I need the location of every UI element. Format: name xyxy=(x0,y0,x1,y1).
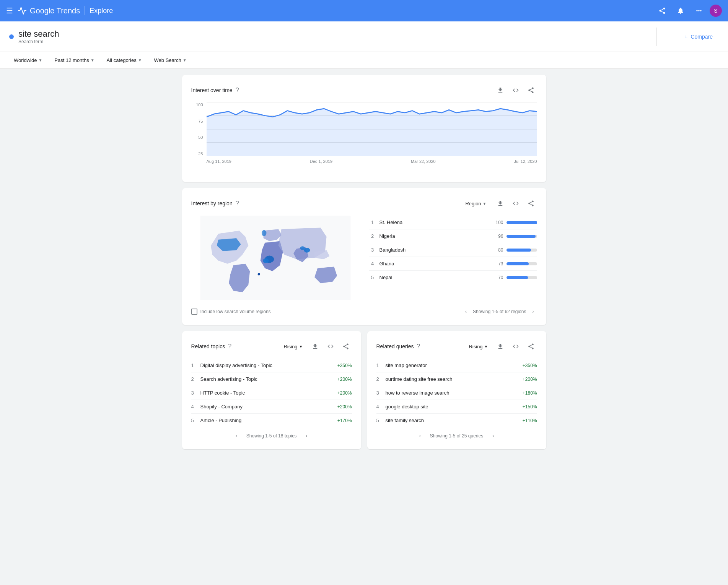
region-row-5: 5 Nepal 70 xyxy=(369,271,537,284)
location-filter-arrow: ▼ xyxy=(38,58,42,62)
share-icon[interactable] xyxy=(655,3,670,18)
region-prev-btn[interactable]: ‹ xyxy=(462,307,470,316)
region-help-icon[interactable]: ? xyxy=(236,200,239,207)
topics-prev-btn[interactable]: ‹ xyxy=(233,432,240,440)
query-rank-1: 1 xyxy=(376,362,386,368)
region-name-3[interactable]: Bangladesh xyxy=(379,247,489,253)
topic-text-1[interactable]: Digital display advertising - Topic xyxy=(200,362,337,368)
search-type-filter[interactable]: Web Search ▼ xyxy=(150,55,191,65)
related-topics-download-icon[interactable] xyxy=(309,340,321,353)
related-topics-share-icon[interactable] xyxy=(340,340,352,353)
related-queries-list: 1 site map generator +350% 2 ourtime dat… xyxy=(376,359,537,427)
main-content: Interest over time ? 100 75 50 xyxy=(173,69,555,455)
compare-button[interactable]: + Compare xyxy=(678,31,719,43)
related-queries-download-icon[interactable] xyxy=(494,340,507,353)
header-actions: S xyxy=(655,3,722,18)
related-queries-controls: Rising ▼ xyxy=(466,340,537,353)
region-bar-container-5 xyxy=(507,276,537,279)
google-trends-icon xyxy=(18,6,27,15)
related-topics-col: Related topics ? Rising ▼ xyxy=(182,331,361,449)
embed-code-icon[interactable] xyxy=(510,84,522,96)
related-queries-filter[interactable]: Rising ▼ xyxy=(466,342,491,351)
region-score-2: 96 xyxy=(492,234,503,239)
menu-icon[interactable]: ☰ xyxy=(6,6,13,15)
svg-marker-4 xyxy=(207,109,537,156)
region-name-4[interactable]: Ghana xyxy=(379,261,489,266)
search-bar: site search Search term + Compare xyxy=(0,21,728,52)
related-queries-embed-icon[interactable] xyxy=(510,340,522,353)
region-rank-4: 4 xyxy=(369,261,376,266)
query-text-1[interactable]: site map generator xyxy=(386,362,523,368)
region-next-btn[interactable]: › xyxy=(529,307,537,316)
region-name-2[interactable]: Nigeria xyxy=(379,233,489,239)
explore-label: Explore xyxy=(90,7,113,15)
region-list: 1 St. Helena 100 2 Nigeria 96 3 xyxy=(369,216,537,300)
related-topics-embed-icon[interactable] xyxy=(324,340,337,353)
region-name-1[interactable]: St. Helena xyxy=(379,219,489,225)
chart-area: 100 75 50 25 Aug 11, 20 xyxy=(191,102,537,164)
related-queries-title: Related queries ? xyxy=(376,343,420,350)
location-filter[interactable]: Worldwide ▼ xyxy=(9,55,47,65)
related-topics-title: Related topics ? xyxy=(191,343,232,350)
interest-over-time-title: Interest over time ? xyxy=(191,87,239,94)
related-topic-row-3: 3 HTTP cookie - Topic +200% xyxy=(191,386,352,400)
share-icon-iot[interactable] xyxy=(525,84,537,96)
topic-val-1: +350% xyxy=(337,363,352,368)
related-queries-share-icon[interactable] xyxy=(525,340,537,353)
region-embed-icon[interactable] xyxy=(510,197,522,210)
region-name-5[interactable]: Nepal xyxy=(379,275,489,280)
queries-next-btn[interactable]: › xyxy=(489,432,497,440)
include-low-volume-label: Include low search volume regions xyxy=(200,309,271,314)
related-grid: Related topics ? Rising ▼ xyxy=(182,331,546,449)
download-icon[interactable] xyxy=(494,84,507,96)
related-topics-filter[interactable]: Rising ▼ xyxy=(280,342,306,351)
world-map-svg xyxy=(191,216,360,300)
queries-prev-btn[interactable]: ‹ xyxy=(416,432,424,440)
related-topics-help-icon[interactable]: ? xyxy=(228,343,231,350)
query-text-4[interactable]: google desktop site xyxy=(386,404,523,410)
interest-over-time-actions xyxy=(494,84,537,96)
topic-text-2[interactable]: Search advertising - Topic xyxy=(200,376,337,382)
related-queries-help-icon[interactable]: ? xyxy=(417,343,420,350)
x-label-mar: Mar 22, 2020 xyxy=(411,159,436,164)
y-label-75: 75 xyxy=(198,119,203,123)
include-low-volume-checkbox[interactable] xyxy=(191,309,197,315)
query-rank-3: 3 xyxy=(376,390,386,396)
period-filter[interactable]: Past 12 months ▼ xyxy=(50,55,99,65)
interest-by-region-title: Interest by region ? xyxy=(191,200,239,207)
region-showing-label: Showing 1-5 of 62 regions xyxy=(473,309,526,314)
region-bar-container-2 xyxy=(507,235,537,238)
topics-next-btn[interactable]: › xyxy=(303,432,310,440)
query-text-5[interactable]: site family search xyxy=(386,418,523,423)
region-bar-5 xyxy=(507,276,528,279)
svg-point-9 xyxy=(257,273,260,275)
related-query-row-5: 5 site family search +110% xyxy=(376,414,537,427)
avatar[interactable]: S xyxy=(710,5,722,17)
include-low-volume-toggle[interactable]: Include low search volume regions xyxy=(191,309,271,315)
search-term-info: site search Search term xyxy=(18,29,59,44)
interest-over-time-help-icon[interactable]: ? xyxy=(236,87,239,94)
region-row-2: 2 Nigeria 96 xyxy=(369,229,537,243)
apps-icon[interactable] xyxy=(691,3,707,18)
chart-svg xyxy=(207,102,537,156)
interest-over-time-header: Interest over time ? xyxy=(191,84,537,96)
notifications-icon[interactable] xyxy=(673,3,688,18)
region-share-icon[interactable] xyxy=(525,197,537,210)
search-divider xyxy=(656,28,657,46)
svg-point-7 xyxy=(304,248,310,253)
topic-text-3[interactable]: HTTP cookie - Topic xyxy=(200,390,337,396)
region-download-icon[interactable] xyxy=(494,197,507,210)
query-text-2[interactable]: ourtime dating site free search xyxy=(386,376,523,382)
topic-text-4[interactable]: Shopify - Company xyxy=(200,404,337,410)
region-view-filter[interactable]: Region ▼ xyxy=(461,198,491,209)
region-content: 1 St. Helena 100 2 Nigeria 96 3 xyxy=(191,216,537,300)
svg-point-10 xyxy=(263,258,269,263)
svg-point-11 xyxy=(261,230,266,236)
topic-text-5[interactable]: Article - Publishing xyxy=(200,418,337,423)
y-label-100: 100 xyxy=(196,102,203,107)
query-text-3[interactable]: how to reverse image search xyxy=(386,390,523,396)
region-bar-2 xyxy=(507,235,536,238)
category-filter[interactable]: All categories ▼ xyxy=(102,55,147,65)
region-score-4: 73 xyxy=(492,261,503,266)
search-term-container: site search Search term xyxy=(9,23,647,50)
